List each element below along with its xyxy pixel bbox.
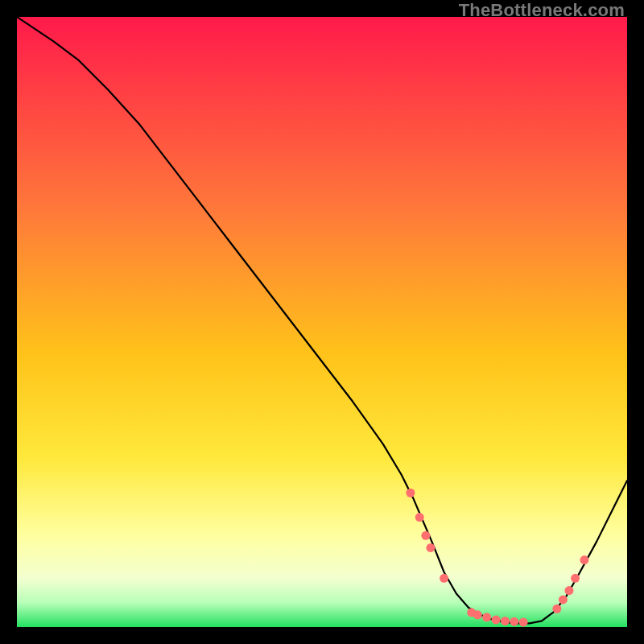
chart-frame: TheBottleneck.com	[0, 0, 644, 644]
data-dot	[406, 489, 415, 497]
data-dot	[519, 617, 528, 626]
data-dot	[552, 605, 561, 613]
data-dot	[564, 586, 573, 595]
plot-area	[17, 17, 627, 627]
data-dot	[492, 615, 501, 624]
data-dot	[482, 613, 491, 621]
data-dot	[426, 543, 435, 552]
data-dot	[421, 531, 430, 540]
data-dot	[559, 595, 568, 604]
data-dot	[510, 617, 518, 626]
data-dot	[415, 513, 424, 522]
gradient-background	[17, 17, 627, 627]
data-dot	[440, 574, 448, 583]
data-dot	[580, 555, 588, 564]
data-dot	[473, 610, 482, 619]
chart-svg	[17, 17, 627, 627]
data-dot	[571, 574, 580, 583]
data-dot	[501, 617, 510, 625]
